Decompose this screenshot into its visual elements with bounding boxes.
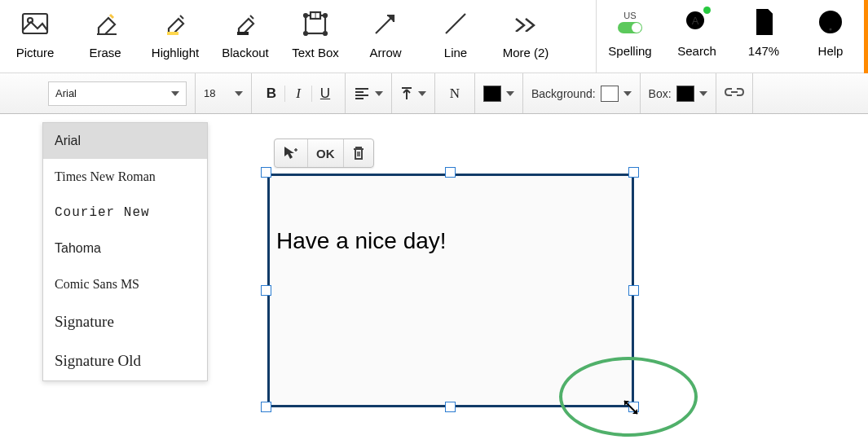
highlight-button[interactable]: Highlight	[140, 0, 210, 59]
svg-rect-0	[23, 14, 47, 33]
resize-handle-top-mid[interactable]	[445, 167, 456, 178]
box-color-label: Box:	[649, 87, 672, 100]
resize-cursor-icon	[621, 398, 641, 420]
font-select-value: Arial	[55, 87, 77, 99]
textbox-button[interactable]: T Text Box	[280, 0, 350, 59]
svg-point-7	[304, 14, 307, 17]
resize-handle-top-left[interactable]	[261, 167, 271, 178]
font-option-times[interactable]: Times New Roman	[43, 159, 207, 195]
caret-down-icon	[506, 91, 514, 96]
format-toolbar: Arial 18 B I U N Back	[0, 73, 868, 114]
help-icon	[815, 5, 846, 39]
background-color-dropdown[interactable]	[601, 86, 632, 102]
delete-button[interactable]	[344, 139, 373, 167]
ok-button[interactable]: OK	[308, 139, 344, 167]
svg-point-10	[324, 32, 327, 35]
svg-text:A: A	[692, 15, 699, 27]
orange-accent-bar	[864, 0, 868, 73]
erase-label: Erase	[89, 46, 121, 59]
font-option-tahoma[interactable]: Tahoma	[43, 231, 207, 266]
arrow-icon	[370, 8, 401, 39]
svg-point-9	[304, 32, 307, 35]
resize-handle-top-right[interactable]	[628, 167, 639, 178]
align-dropdown[interactable]	[354, 87, 383, 100]
zoom-button[interactable]: 147%	[730, 0, 797, 73]
textbox-content[interactable]: Have a nice day!	[270, 176, 632, 261]
blackout-button[interactable]: Blackout	[210, 0, 280, 59]
blackout-icon	[230, 8, 261, 39]
caret-down-icon	[375, 91, 383, 96]
background-color-label: Background:	[531, 87, 596, 100]
caret-down-icon	[235, 91, 243, 96]
caret-down-icon	[418, 91, 426, 96]
editable-textbox[interactable]: Have a nice day!	[267, 174, 634, 407]
search-icon: A	[681, 5, 712, 39]
underline-button[interactable]: U	[314, 86, 337, 102]
svg-rect-3	[237, 32, 249, 35]
zoom-icon	[748, 5, 779, 39]
line-icon	[440, 8, 471, 39]
spelling-toggle[interactable]	[618, 22, 642, 33]
italic-button[interactable]: I	[287, 86, 310, 102]
highlight-label: Highlight	[152, 46, 199, 59]
highlight-icon	[160, 8, 191, 39]
separator	[284, 86, 285, 102]
font-option-comic[interactable]: Comic Sans MS	[43, 266, 207, 302]
text-color-swatch	[483, 86, 501, 102]
font-option-arial[interactable]: Arial	[43, 123, 207, 159]
box-color-dropdown[interactable]	[676, 86, 707, 102]
search-button[interactable]: A Search	[663, 0, 730, 73]
right-toolbar: US Spelling A Search 147% Help	[596, 0, 868, 73]
resize-handle-bottom-mid[interactable]	[445, 402, 456, 412]
svg-point-8	[324, 14, 327, 17]
separator	[311, 86, 312, 102]
resize-handle-bottom-left[interactable]	[261, 402, 271, 412]
spelling-button[interactable]: US Spelling	[597, 0, 663, 73]
svg-point-13	[760, 20, 770, 30]
text-color-dropdown[interactable]	[483, 86, 514, 102]
zoom-label: 147%	[748, 44, 779, 58]
spelling-icon: US	[615, 5, 645, 39]
more-button[interactable]: More (2)	[491, 0, 561, 59]
valign-dropdown[interactable]	[400, 86, 426, 101]
align-left-icon	[354, 87, 370, 100]
link-button[interactable]	[725, 86, 744, 100]
textbox-label: Text Box	[292, 46, 339, 59]
help-button[interactable]: Help	[797, 0, 864, 73]
background-color-swatch	[601, 86, 619, 102]
align-top-icon	[400, 86, 413, 101]
picture-icon	[20, 8, 51, 39]
font-dropdown-list[interactable]: Arial Times New Roman Courier New Tahoma…	[42, 122, 208, 381]
textbox-float-toolbar: OK	[274, 138, 374, 168]
line-button[interactable]: Line	[421, 0, 491, 59]
font-select[interactable]: Arial	[48, 81, 187, 106]
erase-icon	[90, 8, 121, 39]
erase-button[interactable]: Erase	[70, 0, 140, 59]
svg-text:T: T	[313, 11, 318, 20]
textbox-icon: T	[300, 8, 331, 39]
resize-handle-mid-right[interactable]	[628, 285, 639, 296]
move-handle-button[interactable]	[275, 139, 308, 167]
help-label: Help	[818, 44, 844, 58]
caret-down-icon	[171, 91, 179, 96]
link-icon	[725, 86, 744, 98]
caret-down-icon	[623, 91, 632, 96]
normal-style-button[interactable]: N	[443, 86, 466, 102]
picture-button[interactable]: Picture	[0, 0, 70, 59]
svg-rect-2	[167, 32, 178, 35]
arrow-label: Arrow	[369, 46, 401, 59]
spelling-label: Spelling	[608, 44, 651, 58]
font-option-courier[interactable]: Courier New	[43, 195, 207, 231]
picture-label: Picture	[16, 46, 55, 59]
bold-button[interactable]: B	[260, 86, 283, 102]
svg-point-15	[830, 29, 832, 31]
resize-handle-mid-left[interactable]	[261, 285, 271, 296]
search-label: Search	[677, 44, 716, 58]
font-option-signature[interactable]: Signature	[43, 302, 207, 341]
main-toolbar: Picture Erase Highlight Blackout T Text …	[0, 0, 868, 73]
font-option-signature-old[interactable]: Signature Old	[43, 341, 207, 380]
arrow-button[interactable]: Arrow	[350, 0, 421, 59]
more-label: More (2)	[503, 46, 549, 59]
trash-icon	[352, 146, 365, 160]
font-size-select[interactable]: 18	[204, 81, 243, 106]
